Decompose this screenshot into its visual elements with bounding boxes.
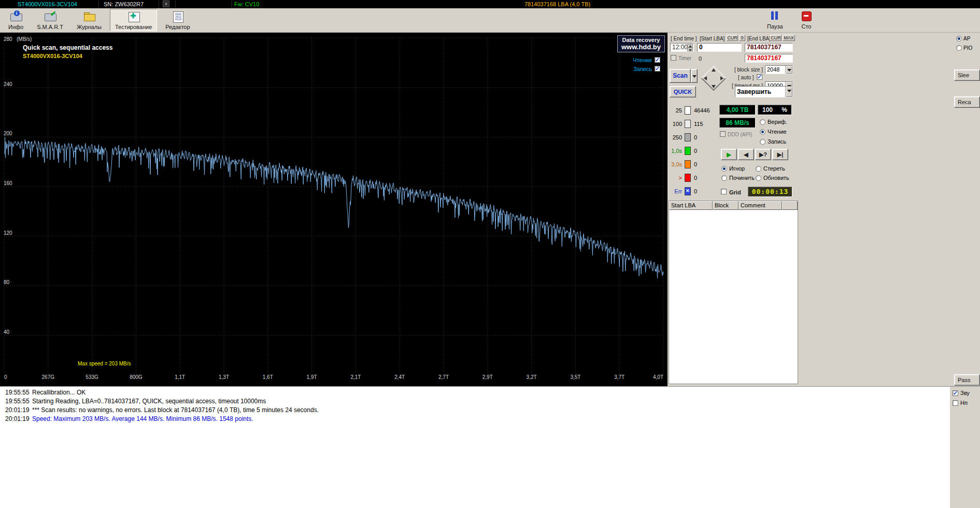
chevron-down-icon — [692, 75, 697, 80]
start-lba-cur-button[interactable]: CUR — [727, 35, 738, 41]
histogram-color-box — [685, 187, 691, 195]
radio-icon — [756, 175, 761, 181]
toolbar-stop[interactable]: Сто — [800, 10, 813, 30]
arrow-down-icon[interactable] — [712, 85, 716, 88]
titlebar-separator — [231, 1, 232, 8]
api-radio[interactable]: AP — [956, 36, 970, 41]
histogram-row: 2500 — [669, 132, 720, 146]
toolbar-label: Сто — [802, 23, 812, 30]
action-radio-repair[interactable]: Починить — [721, 175, 755, 181]
block-size-select[interactable]: 2048 — [765, 65, 793, 74]
percent-unit: % — [782, 105, 787, 115]
titlebar-model: ST4000VX016-3CV104 — [18, 0, 77, 8]
action-radio-ignore[interactable]: Игнор — [721, 165, 745, 172]
titlebar-capacity: 7814037168 LBA (4,0 ТВ) — [524, 0, 590, 8]
log-time: 20:01:19 — [5, 415, 32, 422]
toolbar-editor[interactable]: Редактор — [160, 9, 195, 31]
toolbar-pause[interactable]: Пауза — [767, 10, 783, 30]
log-text: *** Scan results: no warnings, no errors… — [32, 406, 319, 414]
table-header-block[interactable]: Block — [713, 201, 738, 210]
finish-value: Завершить — [737, 88, 771, 95]
chevron-down-icon[interactable] — [785, 66, 792, 74]
end-lba-cur-button[interactable]: CUR — [770, 35, 782, 41]
log-line: 19:55:55Starting Reading, LBA=0..7814037… — [5, 398, 950, 406]
toolbar-logs[interactable]: Журналы — [72, 9, 107, 31]
legend-item-read: Чтение — [633, 55, 660, 64]
playback-to-end-button[interactable]: ▶| — [772, 149, 788, 160]
legend-checkbox[interactable] — [655, 57, 660, 63]
ddd-api-checkbox[interactable] — [720, 131, 726, 137]
defect-table[interactable]: Start LBABlockComment — [669, 201, 798, 384]
speed-line — [4, 137, 663, 278]
np-label: Нп — [960, 400, 968, 406]
toolbar-label: Тестирование — [115, 24, 152, 30]
end-lba-max-button[interactable]: MAX — [783, 35, 795, 41]
log-area[interactable]: 19:55:55Recallibration... OK19:55:55Star… — [0, 386, 950, 508]
radio-icon — [756, 166, 761, 172]
svg-text:1,6T: 1,6T — [263, 374, 273, 380]
playback-rewind-button[interactable]: ◀ — [738, 149, 754, 160]
sleep-button[interactable]: Slee — [954, 69, 980, 81]
svg-text:4,0T: 4,0T — [653, 374, 663, 380]
start-lba-label: [Start LBA] — [700, 36, 725, 41]
passport-button[interactable]: Pass — [954, 374, 980, 386]
playback-next-error-button[interactable]: ▶? — [755, 149, 771, 160]
end-time-input[interactable]: 12:00 — [670, 43, 694, 52]
log-text: Recallibration... OK — [32, 389, 86, 396]
table-header-comment[interactable]: Comment — [738, 201, 782, 210]
svg-text:200: 200 — [4, 131, 12, 136]
table-header-spacer[interactable] — [782, 201, 798, 210]
toolbar: ИнфоS.M.A.R.TЖурналыТестированиеРедактор… — [0, 8, 980, 33]
legend-checkbox[interactable] — [655, 66, 660, 72]
scan-button[interactable]: Scan — [670, 69, 691, 83]
svg-text:240: 240 — [4, 81, 12, 87]
finish-select[interactable]: Завершить — [735, 86, 793, 97]
timer-checkbox[interactable] — [671, 55, 676, 61]
histogram-row: Err0 — [669, 186, 720, 200]
timer-end-lba: 7814037167 — [745, 54, 793, 63]
spinner-up-icon[interactable] — [687, 44, 693, 48]
scan-dropdown-button[interactable] — [691, 69, 698, 83]
start-lba-input[interactable]: 0 — [697, 43, 742, 52]
arrow-right-icon[interactable] — [720, 76, 723, 80]
spinner-down-icon[interactable] — [687, 48, 693, 51]
quick-button[interactable]: QUICK — [670, 86, 696, 97]
pio-radio[interactable]: PIO — [956, 45, 972, 51]
arrow-up-icon[interactable] — [712, 68, 716, 72]
sound-checkbox[interactable]: Зву — [953, 390, 970, 396]
toolbar-test[interactable]: Тестирование — [110, 9, 157, 31]
titlebar: ST4000VX016-3CV104 SN: ZW6302R7 x Fw: CV… — [0, 0, 980, 8]
np-checkbox[interactable]: Нп — [953, 400, 968, 406]
playback-start-button[interactable]: ▶ — [721, 149, 737, 160]
recall-button[interactable]: Reca — [954, 96, 980, 108]
grid-checkbox[interactable] — [721, 189, 727, 194]
logs-icon — [83, 10, 95, 23]
close-icon[interactable]: x — [163, 1, 169, 7]
auto-checkbox[interactable] — [757, 74, 762, 80]
svg-text:267G: 267G — [42, 374, 55, 380]
action-radio-erase[interactable]: Стереть — [756, 165, 785, 172]
toolbar-info[interactable]: Инфо — [3, 9, 29, 31]
end-lba-input[interactable]: 7814037167 — [745, 43, 793, 52]
table-header-start-lba[interactable]: Start LBA — [669, 201, 713, 210]
chevron-down-icon[interactable] — [785, 87, 792, 97]
svg-text:533G: 533G — [86, 374, 98, 380]
toolbar-items: ИнфоS.M.A.R.TЖурналыТестированиеРедактор — [3, 9, 195, 31]
action-radio-refresh[interactable]: Обновить — [756, 175, 789, 181]
histogram-count: 115 — [694, 121, 703, 127]
arrow-left-icon[interactable] — [704, 76, 707, 80]
svg-text:1,1T: 1,1T — [175, 374, 185, 380]
mode-radio-read[interactable]: Чтение — [760, 129, 787, 135]
mode-radio-write[interactable]: Запись — [760, 138, 786, 145]
radio-label: Чтение — [768, 129, 787, 135]
mode-radio-verify[interactable]: Вериф. — [760, 119, 787, 125]
histogram-color-box — [685, 160, 691, 168]
start-lba-zero-button[interactable]: 0 — [739, 35, 745, 41]
log-time: 19:55:55 — [5, 389, 32, 396]
speed-graph: 280(MB/s)24020016012080400267G533G800G1,… — [0, 33, 667, 386]
titlebar-serial: SN: ZW6302R7 — [104, 0, 144, 8]
radio-icon — [721, 175, 727, 181]
toolbar-smart[interactable]: S.M.A.R.T — [32, 9, 68, 31]
scan-control-panel: [ End time ] [Start LBA] CUR 0 [End LBA]… — [667, 33, 800, 386]
speed-graph-svg: 280(MB/s)24020016012080400267G533G800G1,… — [0, 33, 667, 386]
